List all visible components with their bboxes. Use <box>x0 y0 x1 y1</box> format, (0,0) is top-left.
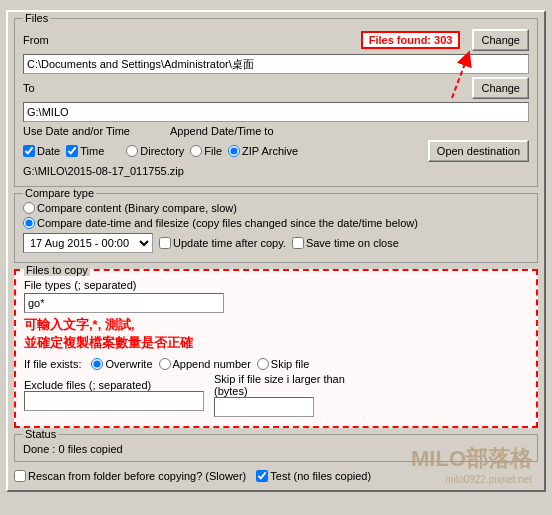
zip-archive-radio-label[interactable]: ZIP Archive <box>228 145 298 157</box>
exclude-files-input[interactable] <box>24 391 204 411</box>
skip-file-radio[interactable] <box>257 358 269 370</box>
date-select[interactable]: 17 Aug 2015 - 00:00 <box>23 233 153 253</box>
append-date-label: Append Date/Time to <box>170 125 274 137</box>
compare-datetime-radio[interactable] <box>23 217 35 229</box>
time-checkbox[interactable] <box>66 145 78 157</box>
test-label[interactable]: Test (no files copied) <box>256 470 371 482</box>
files-to-copy-group: Files to copy File types (; separated) 可… <box>14 269 538 428</box>
files-to-copy-title: Files to copy <box>24 264 90 276</box>
skip-size-input[interactable] <box>214 397 314 417</box>
if-file-exists-label: If file exists: <box>24 358 81 370</box>
compare-type-title: Compare type <box>23 187 96 199</box>
main-window: Files From Files found: 303 Change To Ch… <box>6 10 546 492</box>
rescan-checkbox[interactable] <box>14 470 26 482</box>
time-checkbox-label[interactable]: Time <box>66 145 104 157</box>
update-time-label[interactable]: Update time after copy. <box>159 237 286 249</box>
to-input[interactable] <box>23 102 529 122</box>
skip-file-radio-label[interactable]: Skip file <box>257 358 310 370</box>
status-title: Status <box>23 428 58 440</box>
compare-binary-radio[interactable] <box>23 202 35 214</box>
files-group-title: Files <box>23 12 50 24</box>
overwrite-radio[interactable] <box>91 358 103 370</box>
change-from-button[interactable]: Change <box>472 29 529 51</box>
overwrite-radio-label[interactable]: Overwrite <box>91 358 152 370</box>
open-destination-button[interactable]: Open destination <box>428 140 529 162</box>
file-types-label: File types (; separated) <box>24 279 137 291</box>
status-value: Done : 0 files copied <box>23 443 123 455</box>
append-number-radio-label[interactable]: Append number <box>159 358 251 370</box>
save-time-label[interactable]: Save time on close <box>292 237 399 249</box>
compare-datetime-label[interactable]: Compare date-time and filesize (copy fil… <box>23 217 529 229</box>
exclude-files-label: Exclude files (; separated) <box>24 379 200 391</box>
file-radio[interactable] <box>190 145 202 157</box>
test-checkbox[interactable] <box>256 470 268 482</box>
files-found-badge: Files found: 303 <box>361 31 461 49</box>
date-checkbox-label[interactable]: Date <box>23 145 60 157</box>
bottom-bar: Rescan from folder before copying? (Slow… <box>14 468 538 484</box>
date-checkbox[interactable] <box>23 145 35 157</box>
annotation-text-1: 可輸入文字,*, 測試, 並確定複製檔案數量是否正確 <box>24 316 528 352</box>
directory-radio[interactable] <box>126 145 138 157</box>
status-group: Status Done : 0 files copied <box>14 434 538 462</box>
change-to-button[interactable]: Change <box>472 77 529 99</box>
directory-radio-label[interactable]: Directory <box>126 145 184 157</box>
save-time-checkbox[interactable] <box>292 237 304 249</box>
zip-archive-radio[interactable] <box>228 145 240 157</box>
files-group: Files From Files found: 303 Change To Ch… <box>14 18 538 187</box>
file-types-input[interactable] <box>24 293 224 313</box>
skip-if-label: Skip if file size i larger than (bytes) <box>214 373 374 397</box>
update-time-checkbox[interactable] <box>159 237 171 249</box>
from-input[interactable] <box>23 54 529 74</box>
use-date-label: Use Date and/or Time <box>23 125 130 137</box>
output-path: G:\MILO\2015-08-17_011755.zip <box>23 165 184 177</box>
compare-binary-label[interactable]: Compare content (Binary compare, slow) <box>23 202 529 214</box>
to-label: To <box>23 82 35 94</box>
compare-type-group: Compare type Compare content (Binary com… <box>14 193 538 263</box>
append-number-radio[interactable] <box>159 358 171 370</box>
rescan-label[interactable]: Rescan from folder before copying? (Slow… <box>14 470 246 482</box>
from-label: From <box>23 34 49 46</box>
file-radio-label[interactable]: File <box>190 145 222 157</box>
